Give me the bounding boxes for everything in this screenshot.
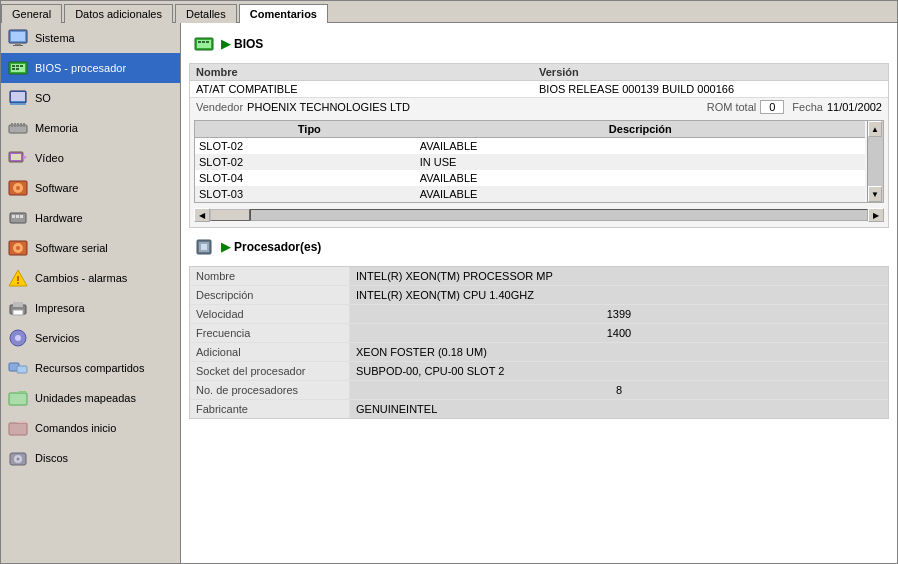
fecha-label: Fecha xyxy=(792,101,823,113)
sidebar-label-so: SO xyxy=(35,92,51,104)
sidebar-label-unidades: Unidades mapeadas xyxy=(35,392,136,404)
svg-rect-45 xyxy=(9,423,27,435)
proc-label-socket: Socket del procesador xyxy=(190,362,350,380)
svg-rect-1 xyxy=(11,32,25,41)
slot-3-tipo: SLOT-03 xyxy=(199,188,420,200)
svg-rect-19 xyxy=(23,123,25,127)
svg-rect-27 xyxy=(12,215,15,218)
sidebar-label-discos: Discos xyxy=(35,452,68,464)
svg-rect-53 xyxy=(202,41,205,43)
sidebar-label-software-serial: Software serial xyxy=(35,242,108,254)
slot-1-desc: IN USE xyxy=(420,156,861,168)
sidebar-item-servicios[interactable]: Servicios xyxy=(1,323,180,353)
sidebar-label-hardware: Hardware xyxy=(35,212,83,224)
main-window: General Datos adicionales Detalles Comen… xyxy=(0,0,898,564)
proc-label-vel: Velocidad xyxy=(190,305,350,323)
svg-rect-43 xyxy=(9,393,27,405)
svg-rect-17 xyxy=(17,123,19,127)
proc-value-adic: XEON FOSTER (0.18 UM) xyxy=(350,343,888,361)
sidebar-item-impresora[interactable]: Impresora xyxy=(1,293,180,323)
svg-rect-37 xyxy=(13,302,23,307)
slots-header: Tipo Descripción xyxy=(195,121,865,138)
bios-version-value: BIOS RELEASE 000139 BUILD 000166 xyxy=(539,83,882,95)
recursos-icon xyxy=(7,357,29,379)
tab-detalles[interactable]: Detalles xyxy=(175,4,237,23)
sidebar-item-software-serial[interactable]: Software serial xyxy=(1,233,180,263)
slot-1-tipo: SLOT-02 xyxy=(199,156,420,168)
svg-rect-57 xyxy=(201,244,207,250)
scroll-up-btn[interactable]: ▲ xyxy=(868,121,882,137)
slots-col-desc: Descripción xyxy=(420,123,861,135)
svg-rect-6 xyxy=(12,65,15,67)
software-serial-icon xyxy=(7,237,29,259)
video-icon xyxy=(7,147,29,169)
bios-col-nombre: Nombre xyxy=(196,66,539,78)
svg-marker-21 xyxy=(23,155,27,160)
rom-total-label: ROM total xyxy=(707,101,757,113)
slot-2-desc: AVAILABLE xyxy=(420,172,861,184)
monitor-icon xyxy=(7,27,29,49)
proc-row-desc: Descripción INTEL(R) XEON(TM) CPU 1.40GH… xyxy=(190,286,888,305)
scroll-left-btn[interactable]: ◀ xyxy=(194,208,210,222)
cambios-icon xyxy=(7,267,29,289)
proc-value-socket: SUBPOD-00, CPU-00 SLOT 2 xyxy=(350,362,888,380)
right-panel: ▶ BIOS Nombre Versión AT/AT COMPATIBLE B… xyxy=(181,23,897,563)
tab-datos-adicionales[interactable]: Datos adicionales xyxy=(64,4,173,23)
svg-rect-15 xyxy=(11,123,13,127)
slots-container: Tipo Descripción SLOT-02 AVAILABLE SLOT-… xyxy=(194,120,884,203)
proc-label-adic: Adicional xyxy=(190,343,350,361)
slot-2-tipo: SLOT-04 xyxy=(199,172,420,184)
sidebar-item-cambios[interactable]: Cambios - alarmas xyxy=(1,263,180,293)
sidebar-item-hardware[interactable]: Hardware xyxy=(1,203,180,233)
sidebar-item-sistema[interactable]: Sistema xyxy=(1,23,180,53)
proc-row-frec: Frecuencia 1400 xyxy=(190,324,888,343)
sidebar-item-comandos[interactable]: Comandos inicio xyxy=(1,413,180,443)
bios-vendor-row: Vendedor PHOENIX TECHNOLOGIES LTD ROM to… xyxy=(190,97,888,116)
bios-col-version: Versión xyxy=(539,66,882,78)
proc-value-fab: GENUINEINTEL xyxy=(350,400,888,418)
comandos-icon xyxy=(7,417,29,439)
slots-scrollbar[interactable]: ▲ ▼ xyxy=(867,121,883,202)
bios-data-row: AT/AT COMPATIBLE BIOS RELEASE 000139 BUI… xyxy=(190,81,888,97)
sidebar-item-software[interactable]: Software xyxy=(1,173,180,203)
proc-section-icon xyxy=(193,236,215,258)
impresora-icon xyxy=(7,297,29,319)
scroll-right-btn[interactable]: ▶ xyxy=(868,208,884,222)
sidebar-item-memoria[interactable]: Memoria xyxy=(1,113,180,143)
sidebar-item-discos[interactable]: Discos xyxy=(1,443,180,473)
proc-value-vel: 1399 xyxy=(350,305,888,323)
sidebar-item-recursos[interactable]: Recursos compartidos xyxy=(1,353,180,383)
svg-rect-9 xyxy=(12,68,15,70)
sidebar-label-bios: BIOS - procesador xyxy=(35,62,126,74)
sidebar-item-bios[interactable]: BIOS - procesador xyxy=(1,53,180,83)
sidebar-item-so[interactable]: SO xyxy=(1,83,180,113)
sidebar-label-sistema: Sistema xyxy=(35,32,75,44)
proc-section-header: ▶ Procesador(es) xyxy=(189,234,889,260)
bios-nombre-value: AT/AT COMPATIBLE xyxy=(196,83,539,95)
rom-total-value: 0 xyxy=(760,100,784,114)
sidebar-item-unidades[interactable]: Unidades mapeadas xyxy=(1,383,180,413)
scroll-down-btn[interactable]: ▼ xyxy=(868,186,882,202)
proc-label-num: No. de procesadores xyxy=(190,381,350,399)
scroll-track-h xyxy=(250,209,868,221)
slot-3-desc: AVAILABLE xyxy=(420,188,861,200)
sidebar-label-memoria: Memoria xyxy=(35,122,78,134)
sidebar-label-software: Software xyxy=(35,182,78,194)
sidebar-item-video[interactable]: Vídeo xyxy=(1,143,180,173)
proc-value-frec: 1400 xyxy=(350,324,888,342)
proc-row-socket: Socket del procesador SUBPOD-00, CPU-00 … xyxy=(190,362,888,381)
sidebar: Sistema BIOS - procesador xyxy=(1,23,181,563)
proc-value-num: 8 xyxy=(350,381,888,399)
svg-rect-7 xyxy=(16,65,19,67)
sidebar-label-cambios: Cambios - alarmas xyxy=(35,272,127,284)
svg-rect-54 xyxy=(206,41,209,43)
svg-rect-8 xyxy=(20,65,23,67)
svg-rect-13 xyxy=(10,103,26,105)
proc-label-fab: Fabricante xyxy=(190,400,350,418)
horiz-scroll: ◀ ▶ xyxy=(194,207,884,223)
bios-arrow: ▶ xyxy=(221,37,230,51)
sidebar-label-video: Vídeo xyxy=(35,152,64,164)
svg-rect-34 xyxy=(17,276,19,281)
tab-comentarios[interactable]: Comentarios xyxy=(239,4,328,23)
tab-general[interactable]: General xyxy=(1,4,62,23)
